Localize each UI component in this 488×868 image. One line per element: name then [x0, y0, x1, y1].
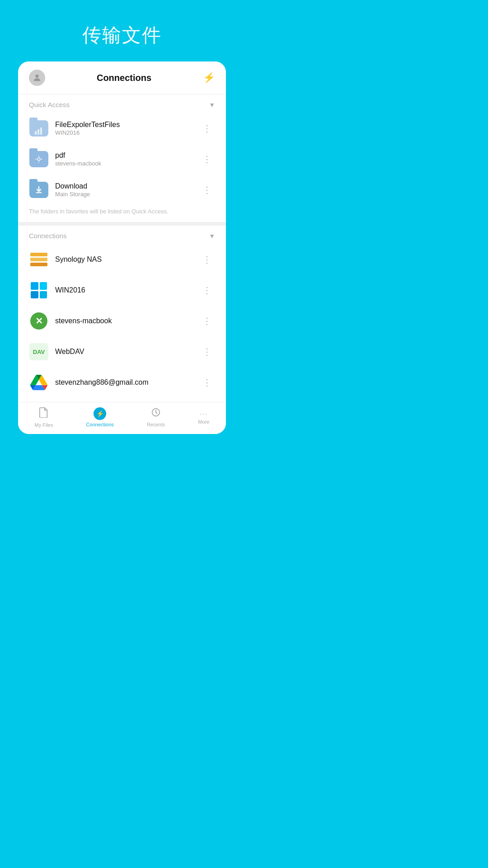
- more-options-icon[interactable]: ⋮: [199, 183, 215, 197]
- more-label: More: [198, 419, 209, 425]
- bottom-nav: My Files ⚡ Connections Recents ··· More: [18, 402, 226, 434]
- list-item: FileExpolerTestFiles WIN2016 ⋮: [18, 113, 226, 144]
- list-item: Download Main Storage ⋮: [18, 175, 226, 205]
- recents-label: Recents: [147, 422, 165, 427]
- folder-chart-icon: [29, 118, 49, 138]
- item-text: Download Main Storage: [55, 182, 199, 198]
- more-options-icon[interactable]: ⋮: [199, 283, 215, 297]
- item-name: WIN2016: [55, 286, 199, 294]
- more-options-icon[interactable]: ⋮: [199, 344, 215, 359]
- page-title: 传输文件: [82, 23, 162, 48]
- more-options-icon[interactable]: ⋮: [199, 252, 215, 267]
- item-name: pdf: [55, 151, 199, 160]
- divider: [18, 222, 226, 226]
- more-icon: ···: [200, 410, 208, 417]
- list-item[interactable]: DAV WebDAV ⋮: [18, 336, 226, 367]
- item-text: stevenzhang886@gmail.com: [55, 378, 199, 387]
- folder-download-icon: [29, 180, 49, 200]
- item-name: FileExpolerTestFiles: [55, 121, 199, 129]
- connections-nav-label: Connections: [86, 422, 114, 427]
- nas-icon: [29, 250, 49, 269]
- item-name: stevens-macbook: [55, 317, 199, 325]
- item-name: WebDAV: [55, 348, 199, 356]
- item-name: Download: [55, 182, 199, 190]
- svg-rect-7: [38, 161, 39, 163]
- svg-rect-9: [41, 159, 42, 160]
- svg-rect-8: [35, 159, 37, 160]
- nav-recents[interactable]: Recents: [147, 407, 165, 427]
- connections-chevron-icon: ▼: [209, 232, 215, 240]
- main-card: Connections ⚡ Quick Access ▼ FileExpole: [18, 61, 226, 434]
- avatar[interactable]: [29, 70, 45, 86]
- gdrive-icon: [29, 373, 49, 392]
- header-title: Connections: [97, 73, 151, 83]
- windows-icon: [29, 280, 49, 300]
- recents-icon: [151, 407, 161, 420]
- svg-rect-3: [40, 127, 42, 135]
- more-options-icon[interactable]: ⋮: [199, 121, 215, 136]
- quick-access-hint: The folders in favorites will be listed …: [18, 205, 226, 222]
- connections-label: Connections: [29, 232, 66, 240]
- item-text: WIN2016: [55, 286, 199, 294]
- item-sub: Main Storage: [55, 191, 199, 198]
- svg-rect-6: [38, 156, 39, 157]
- list-item[interactable]: stevenzhang886@gmail.com ⋮: [18, 367, 226, 398]
- quick-access-label: Quick Access: [29, 101, 70, 108]
- more-options-icon[interactable]: ⋮: [199, 375, 215, 390]
- svg-point-5: [38, 158, 40, 160]
- connections-section-header[interactable]: Connections ▼: [18, 226, 226, 244]
- list-item[interactable]: Synology NAS ⋮: [18, 244, 226, 275]
- connections-nav-icon: ⚡: [94, 407, 106, 420]
- item-name: stevenzhang886@gmail.com: [55, 378, 199, 387]
- more-options-icon[interactable]: ⋮: [199, 314, 215, 328]
- card-body: Quick Access ▼ FileExpolerTestFiles WIN2…: [18, 94, 226, 402]
- svg-rect-2: [38, 129, 39, 135]
- user-icon: [32, 73, 42, 83]
- card-header: Connections ⚡: [18, 61, 226, 94]
- item-sub: WIN2016: [55, 129, 199, 136]
- quick-access-header[interactable]: Quick Access ▼: [18, 94, 226, 113]
- list-item[interactable]: jnergy@msn.com ⋮: [18, 398, 226, 402]
- mac-icon: ✕: [29, 311, 49, 331]
- item-text: WebDAV: [55, 348, 199, 356]
- item-text: FileExpolerTestFiles WIN2016: [55, 121, 199, 136]
- item-name: Synology NAS: [55, 255, 199, 264]
- dav-icon: DAV: [29, 342, 49, 362]
- nav-more[interactable]: ··· More: [198, 410, 209, 425]
- quick-access-chevron-icon: ▼: [209, 101, 215, 108]
- item-sub: stevens-macbook: [55, 160, 199, 167]
- list-item[interactable]: WIN2016 ⋮: [18, 275, 226, 306]
- list-item: pdf stevens-macbook ⋮: [18, 144, 226, 175]
- nav-connections[interactable]: ⚡ Connections: [86, 407, 114, 427]
- item-text: pdf stevens-macbook: [55, 151, 199, 167]
- list-item[interactable]: ✕ stevens-macbook ⋮: [18, 306, 226, 336]
- nav-myfiles[interactable]: My Files: [35, 407, 53, 428]
- svg-rect-1: [35, 131, 37, 135]
- item-text: stevens-macbook: [55, 317, 199, 325]
- bolt-icon[interactable]: ⚡: [203, 72, 215, 84]
- myfiles-icon: [39, 407, 49, 420]
- more-options-icon[interactable]: ⋮: [199, 152, 215, 166]
- folder-settings-icon: [29, 149, 49, 169]
- myfiles-label: My Files: [35, 422, 53, 428]
- item-text: Synology NAS: [55, 255, 199, 264]
- svg-point-0: [35, 75, 38, 78]
